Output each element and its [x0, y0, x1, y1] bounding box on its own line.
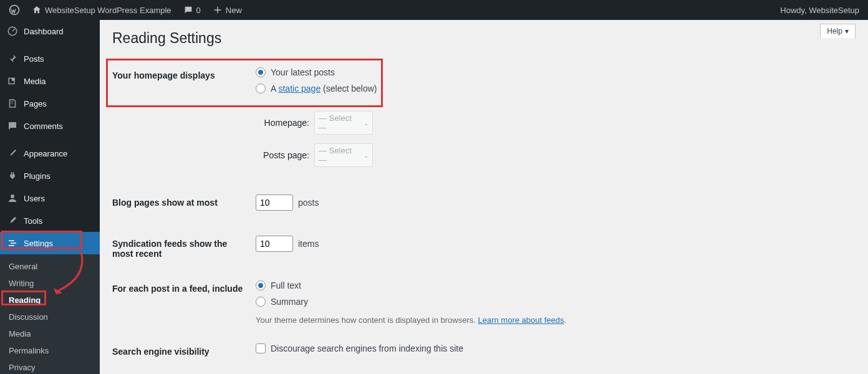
- postspage-select-label: Posts page:: [256, 150, 309, 160]
- svg-point-2: [12, 79, 15, 82]
- sidebar-item-posts[interactable]: Posts: [0, 47, 100, 70]
- sidebar-item-users[interactable]: Users: [0, 187, 100, 209]
- comments-link[interactable]: 0: [179, 0, 205, 20]
- site-title: WebsiteSetup WordPress Example: [45, 6, 171, 15]
- radio-full-text-label: Full text: [271, 280, 301, 290]
- sidebar-item-label: Posts: [24, 54, 44, 64]
- syndication-input[interactable]: [256, 236, 293, 252]
- sidebar-item-label: Media: [24, 77, 46, 86]
- tools-icon: [6, 214, 19, 227]
- radio-latest-posts-label: Your latest posts: [271, 67, 335, 77]
- wordpress-icon: [9, 4, 20, 16]
- svg-rect-6: [9, 245, 14, 246]
- sidebar-item-dashboard[interactable]: Dashboard: [0, 20, 100, 42]
- new-link[interactable]: New: [208, 0, 246, 20]
- pages-icon: [6, 97, 19, 110]
- homepage-displays-label: Your homepage displays: [112, 58, 249, 185]
- howdy-account[interactable]: Howdy, WebsiteSetup: [776, 0, 863, 20]
- howdy-text: Howdy, WebsiteSetup: [780, 6, 859, 15]
- site-link[interactable]: WebsiteSetup WordPress Example: [27, 0, 175, 20]
- help-tab[interactable]: Help ▾: [820, 24, 856, 38]
- sidebar-item-comments[interactable]: Comments: [0, 115, 100, 137]
- homepage-select[interactable]: — Select — ⌄: [314, 111, 373, 135]
- admin-toolbar: WebsiteSetup WordPress Example 0 New How…: [0, 0, 868, 20]
- media-icon: [6, 75, 19, 87]
- plus-icon: [212, 4, 223, 16]
- sidebar-item-settings[interactable]: Settings: [0, 232, 100, 254]
- sidebar-item-label: Tools: [24, 216, 42, 226]
- syndication-unit: items: [298, 239, 319, 249]
- feed-content-label: For each post in a feed, include: [112, 271, 249, 334]
- svg-rect-4: [9, 241, 14, 242]
- select-placeholder: — Select —: [319, 113, 361, 132]
- brush-icon: [6, 147, 19, 160]
- discourage-label: Discourage search engines from indexing …: [271, 343, 463, 353]
- chevron-down-icon: ⌄: [364, 152, 369, 159]
- blog-pages-unit: posts: [298, 198, 319, 208]
- svg-rect-5: [11, 242, 16, 244]
- learn-more-feeds-link[interactable]: Learn more about feeds: [478, 315, 564, 325]
- search-engine-label: Search engine visibility: [112, 334, 249, 369]
- radio-static-page-label: A static page (select below): [271, 84, 377, 94]
- blog-pages-input[interactable]: [256, 194, 293, 211]
- page-title: Reading Settings: [112, 30, 856, 47]
- home-icon: [31, 4, 42, 16]
- submenu-media[interactable]: Media: [0, 325, 100, 342]
- sidebar-item-label: Users: [24, 194, 45, 203]
- radio-static-page[interactable]: [256, 84, 266, 94]
- syndication-label: Syndication feeds show the most recent: [112, 226, 249, 271]
- admin-sidebar: Dashboard Posts Media Pages Comments App…: [0, 20, 100, 374]
- sidebar-item-label: Dashboard: [24, 27, 64, 36]
- comment-icon: [6, 120, 19, 132]
- radio-summary-label: Summary: [271, 297, 308, 307]
- radio-full-text[interactable]: [256, 280, 266, 290]
- sidebar-item-label: Appearance: [24, 149, 67, 158]
- radio-latest-posts[interactable]: [256, 67, 266, 77]
- postspage-select[interactable]: — Select — ⌄: [314, 143, 373, 167]
- wp-logo[interactable]: [5, 0, 24, 20]
- dashboard-icon: [6, 25, 19, 37]
- settings-form: Your homepage displays Your latest posts…: [112, 58, 856, 369]
- users-icon: [6, 192, 19, 204]
- sidebar-item-label: Settings: [24, 239, 53, 248]
- settings-submenu: General Writing Reading Discussion Media…: [0, 254, 100, 374]
- chevron-down-icon: ⌄: [364, 120, 369, 127]
- settings-icon: [6, 237, 19, 249]
- sidebar-item-plugins[interactable]: Plugins: [0, 165, 100, 187]
- new-label: New: [226, 6, 242, 15]
- homepage-select-label: Homepage:: [256, 118, 309, 128]
- sidebar-item-tools[interactable]: Tools: [0, 209, 100, 232]
- radio-summary[interactable]: [256, 297, 266, 307]
- help-label: Help: [827, 27, 842, 36]
- blog-pages-label: Blog pages show at most: [112, 185, 249, 226]
- svg-point-3: [11, 194, 14, 198]
- comments-icon: [183, 4, 194, 16]
- submenu-permalinks[interactable]: Permalinks: [0, 342, 100, 359]
- sidebar-item-label: Comments: [24, 122, 63, 131]
- sidebar-item-media[interactable]: Media: [0, 70, 100, 92]
- content-area: Help ▾ Reading Settings Your homepage di…: [100, 20, 868, 374]
- sidebar-item-pages[interactable]: Pages: [0, 92, 100, 115]
- submenu-reading[interactable]: Reading: [0, 292, 100, 309]
- sidebar-item-label: Pages: [24, 99, 47, 108]
- pin-icon: [6, 52, 19, 65]
- sidebar-item-appearance[interactable]: Appearance: [0, 142, 100, 165]
- discourage-checkbox[interactable]: [256, 343, 266, 353]
- submenu-privacy[interactable]: Privacy: [0, 359, 100, 374]
- chevron-down-icon: ▾: [845, 27, 849, 36]
- comments-count: 0: [196, 6, 201, 15]
- plugin-icon: [6, 170, 19, 182]
- static-page-link[interactable]: static page: [278, 84, 321, 94]
- select-placeholder: — Select —: [319, 146, 361, 165]
- submenu-discussion[interactable]: Discussion: [0, 309, 100, 325]
- submenu-writing[interactable]: Writing: [0, 275, 100, 292]
- submenu-general[interactable]: General: [0, 258, 100, 275]
- feed-description: Your theme determines how content is dis…: [256, 315, 849, 325]
- sidebar-item-label: Plugins: [24, 171, 51, 181]
